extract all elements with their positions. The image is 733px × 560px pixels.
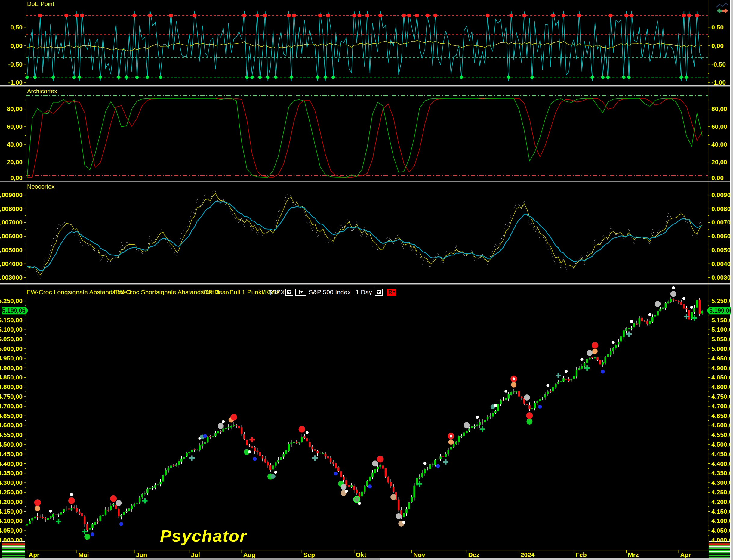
svg-text:0,004000: 0,004000 [0, 260, 23, 267]
white-dot [345, 490, 348, 493]
svg-text:4.900,00: 4.900,00 [0, 364, 23, 371]
white-dot [306, 431, 309, 434]
symbol-label[interactable]: $SPX [269, 288, 285, 297]
white-dot [564, 370, 567, 373]
white-dot [648, 313, 651, 316]
green-plus [142, 498, 148, 503]
white-dot [423, 462, 426, 465]
teal-circle [271, 474, 276, 479]
svg-text:20,00: 20,00 [711, 159, 727, 166]
svg-text:Aug: Aug [243, 551, 255, 558]
svg-text:4.400,00: 4.400,00 [0, 460, 23, 467]
green-circle [526, 419, 532, 425]
svg-text:2024: 2024 [521, 551, 535, 558]
watermark: Psychator [160, 526, 247, 546]
svg-text:5.050,00: 5.050,00 [0, 336, 23, 342]
interval-button-label: I [299, 289, 300, 295]
svg-text:-1,00: -1,00 [711, 79, 726, 86]
svg-text:0,00: 0,00 [10, 42, 23, 49]
orange-circle [35, 506, 40, 511]
orange-circle [592, 348, 598, 354]
svg-text:20,00: 20,00 [7, 159, 23, 166]
svg-text:4.050,00: 4.050,00 [0, 527, 23, 534]
doe-panel-graphics: 0,500,500,000,00-0,50-0,50-1,00-1,00 [8, 0, 726, 86]
red-circle [592, 342, 598, 348]
svg-text:5.000,00: 5.000,00 [0, 345, 23, 352]
indicator-label-ice[interactable]: ICE Bear/Bull 1 Punkt/Kreis [202, 288, 280, 297]
svg-text:4.700,00: 4.700,00 [0, 403, 23, 410]
teal-plus [312, 455, 318, 461]
svg-text:0,50: 0,50 [10, 24, 23, 31]
red-plus [249, 437, 255, 442]
svg-text:40,00: 40,00 [711, 141, 727, 148]
svg-text:80,00: 80,00 [711, 105, 727, 112]
symbol-dropdown-button[interactable] [286, 289, 293, 296]
chevron-down-icon [393, 291, 395, 293]
svg-text:4.750,00: 4.750,00 [0, 393, 23, 400]
panel-divider[interactable] [0, 181, 733, 182]
realtime-button[interactable]: R [387, 289, 396, 296]
blue-dot [436, 464, 440, 468]
interval-dropdown-button[interactable]: I [295, 289, 306, 296]
archicortex-panel-title: Archicortex [27, 88, 57, 95]
blue-dot [253, 457, 257, 461]
svg-text:0,00: 0,00 [10, 174, 23, 181]
svg-text:Apr: Apr [29, 551, 39, 558]
blue-dot [538, 405, 542, 409]
gray-circle [341, 484, 347, 490]
svg-text:Nov: Nov [413, 551, 425, 558]
charts-canvas[interactable]: 0,500,500,000,00-0,50-0,50-1,00-1,0080,0… [0, 0, 733, 560]
green-circle [84, 534, 90, 540]
gray-circle [587, 350, 593, 356]
scrollbar-thumb[interactable] [135, 558, 379, 560]
svg-text:Dez: Dez [468, 551, 479, 558]
white-dot [546, 384, 549, 387]
svg-text:4.600,00: 4.600,00 [0, 422, 23, 429]
white-dot [672, 286, 675, 289]
neocortex-panel-graphics: 0,0090000,0090000,0080000,0080000,007000… [0, 182, 733, 283]
realtime-button-label: R [388, 289, 392, 295]
stacked-axis-badges-right [709, 541, 730, 558]
svg-text:0,009000: 0,009000 [0, 191, 23, 198]
white-dot [222, 420, 225, 423]
blue-dot [334, 472, 338, 475]
svg-text:4.250,00: 4.250,00 [0, 489, 23, 496]
svg-text:5.150,00: 5.150,00 [0, 317, 23, 323]
teal-plus [626, 332, 632, 337]
period-dropdown-button[interactable] [375, 289, 382, 296]
svg-text:4.450,00: 4.450,00 [0, 450, 23, 457]
horizontal-scrollbar[interactable] [0, 558, 733, 560]
white-dot [274, 471, 277, 474]
white-dot [358, 502, 361, 505]
last-price-badge-right: 5.199,06 [707, 307, 731, 314]
svg-text:-1,00: -1,00 [8, 79, 23, 86]
svg-text:Okt: Okt [356, 551, 366, 558]
svg-text:5.250,00: 5.250,00 [0, 297, 23, 304]
gray-circle [372, 460, 378, 466]
svg-text:Mrz: Mrz [628, 551, 639, 558]
panel-divider[interactable] [0, 283, 733, 285]
instrument-label[interactable]: S&P 500 Index [309, 288, 351, 297]
green-plus [56, 519, 61, 524]
last-price-badge-left: 5.199,06 [2, 307, 28, 314]
trend-arrows-icon[interactable] [715, 2, 730, 16]
blue-dot [368, 484, 372, 488]
svg-text:60,00: 60,00 [711, 123, 727, 130]
white-dot [504, 390, 507, 393]
stacked-axis-badges-left [2, 541, 25, 558]
blue-dot [203, 434, 207, 438]
svg-text:Jul: Jul [191, 551, 200, 558]
gray-circle [655, 301, 661, 307]
svg-text:Mai: Mai [78, 551, 89, 558]
gray-circle [524, 394, 530, 401]
svg-text:4.150,00: 4.150,00 [0, 508, 23, 515]
gray-circle [464, 422, 470, 428]
svg-text:Apr: Apr [680, 551, 691, 558]
green-ring [354, 496, 360, 502]
white-dot [682, 297, 685, 300]
svg-text:0,003000: 0,003000 [0, 274, 23, 281]
svg-text:60,00: 60,00 [7, 123, 23, 130]
panel-divider[interactable] [0, 85, 733, 87]
svg-text:4.300,00: 4.300,00 [0, 479, 23, 486]
period-label[interactable]: 1 Day [356, 288, 372, 297]
